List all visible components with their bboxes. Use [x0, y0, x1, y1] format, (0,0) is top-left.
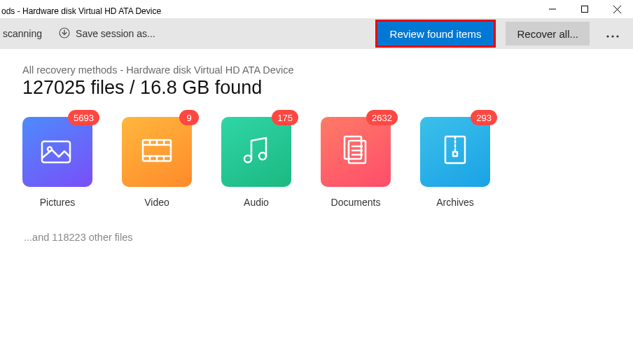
scanning-label: scanning	[3, 28, 42, 39]
review-button-highlight: Review found items	[375, 20, 496, 48]
window-title: ods - Hardware disk Virtual HD ATA Devic…	[1, 2, 161, 16]
picture-icon	[41, 136, 74, 168]
main-content: All recovery methods - Hardware disk Vir…	[0, 49, 633, 243]
category-video[interactable]: 9 Video	[122, 117, 192, 208]
document-icon	[340, 134, 371, 170]
toolbar: scanning Save session as... Review found…	[0, 18, 633, 49]
minimize-button[interactable]	[536, 0, 569, 18]
tile-video	[122, 117, 192, 187]
category-documents[interactable]: 2632 Documents	[321, 117, 391, 208]
label-documents: Documents	[331, 197, 381, 208]
breadcrumb: All recovery methods - Hardware disk Vir…	[22, 64, 616, 76]
toolbar-left: scanning Save session as...	[0, 18, 368, 49]
label-pictures: Pictures	[40, 197, 76, 208]
video-icon	[140, 136, 174, 168]
badge-archives: 293	[471, 110, 497, 125]
tile-audio	[221, 117, 291, 187]
download-icon	[59, 27, 70, 41]
toolbar-right: Review found items Recover all...	[375, 20, 626, 48]
category-grid: 5693 Pictures	[22, 117, 616, 208]
badge-documents: 2632	[366, 110, 398, 125]
category-archives[interactable]: 293 Archives	[420, 117, 490, 208]
svg-rect-0	[582, 6, 588, 13]
window-controls	[536, 0, 633, 18]
scanning-status: scanning	[0, 18, 45, 49]
maximize-button[interactable]	[569, 0, 601, 18]
label-audio: Audio	[244, 197, 269, 208]
tile-archives	[420, 117, 490, 187]
archive-icon	[441, 134, 469, 170]
label-archives: Archives	[436, 197, 474, 208]
label-video: Video	[144, 197, 169, 208]
tile-pictures	[22, 117, 92, 187]
titlebar: ods - Hardware disk Virtual HD ATA Devic…	[0, 0, 633, 18]
category-audio[interactable]: 175 Audio	[221, 117, 291, 208]
badge-pictures: 5693	[68, 110, 99, 125]
svg-point-16	[244, 155, 251, 162]
svg-rect-25	[453, 152, 457, 156]
close-button[interactable]	[601, 0, 633, 18]
svg-point-2	[606, 35, 608, 37]
summary-text: 127025 files / 16.8 GB found	[22, 77, 616, 99]
more-options-button[interactable]	[599, 26, 626, 42]
svg-point-4	[616, 35, 618, 37]
save-session-label: Save session as...	[76, 28, 155, 39]
tile-documents	[321, 117, 391, 187]
audio-icon	[241, 134, 272, 170]
other-files-text: ...and 118223 other files	[22, 232, 616, 243]
badge-video: 9	[179, 110, 199, 125]
recover-all-button[interactable]: Recover all...	[506, 22, 590, 46]
dots-icon	[606, 26, 619, 42]
badge-audio: 175	[272, 110, 298, 125]
svg-point-3	[611, 35, 613, 37]
review-found-items-button[interactable]: Review found items	[377, 22, 494, 46]
category-pictures[interactable]: 5693 Pictures	[22, 117, 92, 208]
svg-point-17	[259, 153, 266, 160]
save-session-button[interactable]: Save session as...	[52, 18, 162, 49]
